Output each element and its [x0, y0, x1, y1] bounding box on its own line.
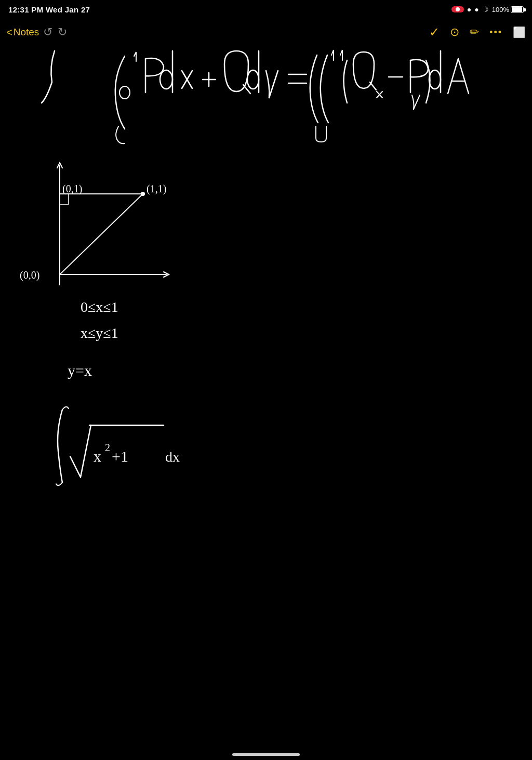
svg-point-2: [247, 70, 259, 89]
share-icon[interactable]: ⬜: [513, 26, 526, 38]
more-icon[interactable]: •••: [489, 27, 502, 38]
canvas-area: (0,1) (1,1) (0,0) 0≤x≤1 x≤y≤1 y=x x 2 +1…: [0, 46, 532, 744]
svg-text:2: 2: [105, 442, 110, 453]
svg-text:(0,1): (0,1): [62, 183, 82, 195]
toolbar: < Notes ↺ ↻ ✓ ⊙ ✏ ••• ⬜: [0, 19, 532, 46]
battery: 100%: [492, 6, 524, 14]
svg-text:dx: dx: [165, 449, 180, 465]
handwriting-canvas: (0,1) (1,1) (0,0) 0≤x≤1 x≤y≤1 y=x x 2 +1…: [0, 46, 532, 744]
toolbar-right: ✓ ⊙ ✏ ••• ⬜: [429, 25, 526, 40]
toolbar-left: < Notes ↺ ↻: [6, 25, 67, 39]
redo-button[interactable]: ↻: [58, 25, 67, 39]
svg-point-1: [160, 70, 172, 89]
status-bar: 12:31 PM Wed Jan 27 ● ● ☽ 100%: [0, 0, 532, 19]
svg-point-4: [141, 192, 145, 196]
svg-text:x: x: [94, 448, 101, 465]
svg-text:x≤y≤1: x≤y≤1: [81, 325, 118, 341]
undo-button[interactable]: ↺: [43, 25, 52, 39]
status-time-date: 12:31 PM Wed Jan 27: [8, 5, 90, 14]
svg-text:(0,0): (0,0): [20, 269, 39, 281]
date: Wed Jan 27: [46, 5, 90, 14]
home-indicator: [232, 753, 300, 756]
camera-icon[interactable]: ⊙: [450, 25, 459, 39]
checkmark-icon[interactable]: ✓: [429, 25, 440, 40]
back-label: Notes: [14, 27, 39, 38]
status-right-icons: ● ● ☽ 100%: [451, 5, 524, 14]
svg-text:+1: +1: [112, 448, 128, 465]
recording-dot: [456, 7, 460, 11]
moon-icon: ☽: [482, 5, 489, 14]
svg-point-3: [429, 70, 441, 89]
back-button[interactable]: < Notes: [6, 27, 39, 38]
time: 12:31 PM: [8, 5, 43, 14]
pencil-icon[interactable]: ✏: [470, 25, 479, 39]
battery-body: [511, 6, 524, 13]
svg-text:0≤x≤1: 0≤x≤1: [81, 299, 118, 315]
undo-redo-group: ↺ ↻: [43, 25, 67, 39]
svg-text:y=x: y=x: [68, 362, 92, 379]
svg-text:(1,1): (1,1): [147, 183, 166, 195]
recording-indicator: [451, 6, 464, 12]
battery-percent: 100%: [492, 6, 509, 14]
svg-point-0: [119, 86, 130, 99]
wifi-icon: ●: [467, 5, 471, 14]
back-chevron-icon: <: [6, 27, 12, 38]
battery-fill: [512, 7, 522, 12]
signal-dot: ●: [474, 5, 478, 14]
